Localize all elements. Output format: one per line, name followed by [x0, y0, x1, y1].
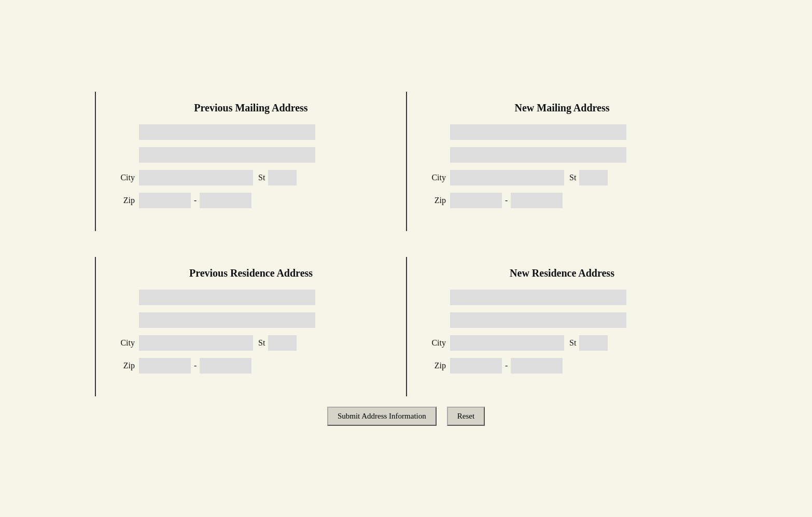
new-mailing-city-input[interactable] [450, 170, 564, 185]
prev-residence-zip-label: Zip [117, 361, 135, 370]
new-mailing-zip-separator: - [505, 196, 508, 205]
new-residence-address2-input[interactable] [450, 312, 626, 328]
new-mailing-address1-input[interactable] [450, 124, 626, 140]
prev-mailing-zip-label: Zip [117, 196, 135, 205]
new-residence-title: New Residence Address [428, 267, 696, 279]
prev-residence-city-input[interactable] [139, 335, 253, 351]
new-mailing-address1-row [428, 124, 696, 140]
new-residence-city-row: City St [428, 335, 696, 351]
reset-button[interactable]: Reset [447, 407, 485, 426]
prev-residence-city-row: City St [117, 335, 385, 351]
prev-residence-city-label: City [117, 338, 135, 348]
new-residence-city-label: City [428, 338, 446, 348]
prev-residence-address1-row [117, 290, 385, 305]
prev-mailing-address1-input[interactable] [139, 124, 315, 140]
new-residence-state-input[interactable] [579, 335, 608, 351]
new-residence-zip-label: Zip [428, 361, 446, 370]
prev-mailing-st-label: St [258, 173, 265, 182]
bottom-row: Previous Residence Address City St Zip - [95, 257, 717, 396]
new-residence-zip-main-input[interactable] [450, 358, 502, 374]
button-row: Submit Address Information Reset [95, 407, 717, 426]
prev-mailing-zip-main-input[interactable] [139, 193, 191, 208]
prev-mailing-title: Previous Mailing Address [117, 102, 385, 114]
new-mailing-zip-row: Zip - [428, 193, 696, 208]
prev-residence-zip-separator: - [194, 361, 197, 370]
prev-residence-section: Previous Residence Address City St Zip - [95, 257, 406, 396]
prev-mailing-city-row: City St [117, 170, 385, 185]
new-residence-city-input[interactable] [450, 335, 564, 351]
new-mailing-state-input[interactable] [579, 170, 608, 185]
new-residence-zip-ext-input[interactable] [511, 358, 563, 374]
prev-residence-address2-row [117, 312, 385, 328]
new-residence-address2-row [428, 312, 696, 328]
new-residence-section: New Residence Address City St Zip - [406, 257, 717, 396]
prev-mailing-zip-separator: - [194, 196, 197, 205]
prev-residence-zip-ext-input[interactable] [200, 358, 251, 374]
prev-mailing-city-input[interactable] [139, 170, 253, 185]
new-residence-st-label: St [569, 338, 576, 348]
prev-residence-address1-input[interactable] [139, 290, 315, 305]
prev-mailing-address1-row [117, 124, 385, 140]
new-mailing-address2-row [428, 147, 696, 163]
new-mailing-zip-ext-input[interactable] [511, 193, 563, 208]
submit-button[interactable]: Submit Address Information [327, 407, 437, 426]
prev-mailing-city-label: City [117, 173, 135, 182]
prev-residence-zip-row: Zip - [117, 358, 385, 374]
prev-mailing-address2-row [117, 147, 385, 163]
prev-residence-state-input[interactable] [268, 335, 297, 351]
new-mailing-zip-label: Zip [428, 196, 446, 205]
prev-mailing-section: Previous Mailing Address City St Zip - [95, 92, 406, 231]
new-mailing-title: New Mailing Address [428, 102, 696, 114]
main-container: Previous Mailing Address City St Zip - [95, 92, 717, 426]
new-mailing-zip-main-input[interactable] [450, 193, 502, 208]
new-mailing-address2-input[interactable] [450, 147, 626, 163]
prev-residence-address2-input[interactable] [139, 312, 315, 328]
new-mailing-section: New Mailing Address City St Zip - [406, 92, 717, 231]
prev-residence-st-label: St [258, 338, 265, 348]
new-mailing-city-row: City St [428, 170, 696, 185]
prev-mailing-zip-ext-input[interactable] [200, 193, 251, 208]
new-residence-zip-separator: - [505, 361, 508, 370]
prev-residence-zip-main-input[interactable] [139, 358, 191, 374]
prev-mailing-zip-row: Zip - [117, 193, 385, 208]
new-mailing-st-label: St [569, 173, 576, 182]
prev-mailing-state-input[interactable] [268, 170, 297, 185]
top-row: Previous Mailing Address City St Zip - [95, 92, 717, 231]
new-residence-address1-row [428, 290, 696, 305]
new-residence-zip-row: Zip - [428, 358, 696, 374]
prev-residence-title: Previous Residence Address [117, 267, 385, 279]
new-mailing-city-label: City [428, 173, 446, 182]
new-residence-address1-input[interactable] [450, 290, 626, 305]
prev-mailing-address2-input[interactable] [139, 147, 315, 163]
